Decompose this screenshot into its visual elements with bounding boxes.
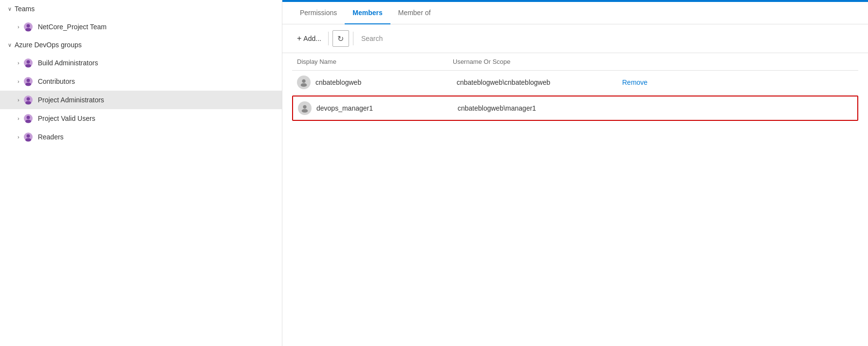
sidebar-item-build-admins[interactable]: › Build Administrators (0, 54, 282, 72)
header-display-name: Display Name (297, 58, 453, 65)
netcore-team-icon (23, 22, 33, 32)
sidebar-item-netcore-team[interactable]: › NetCore_Project Team (0, 18, 282, 36)
contributors-icon (23, 77, 33, 86)
azure-devops-chevron-icon: ∨ (8, 42, 12, 48)
project-valid-users-chevron-icon: › (18, 115, 19, 121)
project-admins-icon (23, 95, 33, 105)
azure-devops-section: ∨ Azure DevOps groups › Build Administra… (0, 36, 282, 146)
display-name-manager: devops_manager1 (316, 104, 458, 112)
header-username-scope: Username Or Scope (453, 58, 618, 65)
user-avatar-manager (298, 101, 312, 115)
svg-point-10 (26, 97, 30, 101)
sidebar: ∨ Teams › NetCore_Project Team ∨ Azure D… (0, 0, 282, 346)
netcore-team-chevron-icon: › (18, 24, 19, 30)
tab-members[interactable]: Members (345, 2, 390, 24)
sidebar-item-readers[interactable]: › Readers (0, 128, 282, 146)
svg-point-5 (25, 64, 31, 68)
search-area: Search (355, 35, 388, 42)
display-name-cnbate: cnbateblogweb (315, 78, 457, 86)
svg-point-16 (26, 135, 30, 138)
sidebar-item-project-valid-users[interactable]: › Project Valid Users (0, 109, 282, 128)
username-cnbate: cnbateblogweb\cnbateblogweb (457, 78, 622, 86)
tab-bar: Permissions Members Member of (282, 2, 868, 24)
azure-devops-section-header[interactable]: ∨ Azure DevOps groups (0, 36, 282, 54)
table-container: Display Name Username Or Scope cnbateblo… (282, 53, 868, 346)
table-row-highlighted: devops_manager1 cnbateblogweb\manager1 (292, 96, 858, 121)
toolbar-divider-2 (353, 32, 353, 45)
svg-point-17 (25, 138, 31, 142)
table-row: cnbateblogweb cnbateblogweb\cnbateblogwe… (292, 71, 858, 95)
project-admins-chevron-icon: › (18, 97, 19, 103)
contributors-label: Contributors (38, 77, 75, 85)
teams-chevron-icon: ∨ (8, 6, 12, 12)
add-button[interactable]: + Add... (292, 31, 326, 46)
user-avatar-cnbate (297, 76, 311, 89)
sidebar-item-contributors[interactable]: › Contributors (0, 72, 282, 91)
teams-section: ∨ Teams › NetCore_Project Team (0, 0, 282, 36)
svg-point-8 (25, 83, 31, 86)
add-label: Add... (303, 35, 321, 42)
readers-chevron-icon: › (18, 134, 19, 140)
toolbar: + Add... ↻ Search (282, 24, 868, 53)
toolbar-divider (328, 32, 329, 45)
project-valid-users-label: Project Valid Users (38, 115, 95, 122)
svg-point-13 (26, 116, 30, 119)
teams-section-label: Teams (15, 5, 35, 13)
remove-action-cnbate: Remove (622, 78, 853, 86)
table-header: Display Name Username Or Scope (292, 53, 858, 71)
build-admins-label: Build Administrators (38, 59, 98, 67)
svg-point-4 (26, 60, 30, 64)
search-placeholder: Search (361, 35, 383, 42)
sidebar-item-project-admins[interactable]: › Project Administrators (0, 91, 282, 109)
svg-point-20 (303, 105, 306, 109)
username-manager: cnbateblogweb\manager1 (458, 104, 623, 112)
teams-section-header[interactable]: ∨ Teams (0, 0, 282, 18)
main-panel: Permissions Members Member of + Add... ↻… (282, 0, 868, 346)
project-valid-users-icon (23, 114, 33, 123)
svg-point-21 (302, 109, 308, 113)
readers-icon (23, 132, 33, 142)
refresh-button[interactable]: ↻ (332, 30, 349, 47)
tab-member-of[interactable]: Member of (390, 2, 439, 24)
azure-devops-section-label: Azure DevOps groups (15, 41, 82, 49)
plus-icon: + (297, 34, 301, 43)
svg-point-14 (25, 120, 31, 123)
svg-point-7 (26, 79, 30, 82)
build-admins-chevron-icon: › (18, 60, 19, 66)
project-admins-label: Project Administrators (38, 96, 104, 104)
svg-point-18 (302, 79, 305, 83)
svg-point-1 (26, 24, 30, 28)
contributors-chevron-icon: › (18, 78, 19, 84)
remove-button-cnbate[interactable]: Remove (622, 78, 647, 86)
tab-permissions[interactable]: Permissions (292, 2, 345, 24)
netcore-team-label: NetCore_Project Team (38, 23, 107, 31)
build-admins-icon (23, 58, 33, 68)
readers-label: Readers (38, 133, 64, 141)
refresh-icon: ↻ (337, 34, 344, 43)
svg-point-11 (25, 101, 31, 105)
svg-point-19 (301, 83, 307, 87)
svg-point-2 (25, 28, 31, 32)
